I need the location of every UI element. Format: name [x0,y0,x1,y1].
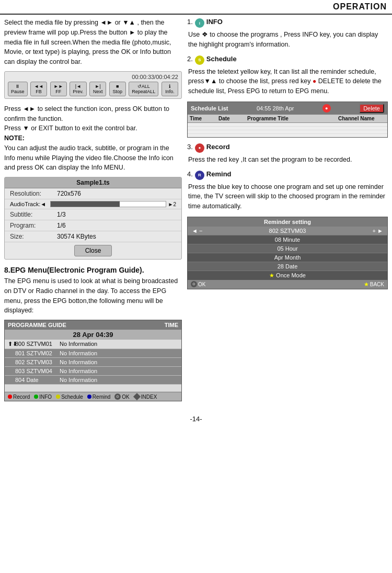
audio-fill [51,201,120,207]
section-heading-schedule: 2. S Schedule [187,55,388,65]
programme-guide: PROGRAMME GUIDE TIME 28 Apr 04:39 ⬆⬇ 800… [4,320,182,401]
reminder-hour-row: 05 Hour [188,244,387,253]
record-icon-circle: ● [195,143,204,153]
note-text: Press ◄► to select the function icon, pr… [4,104,182,173]
page-title: OPERATION [333,2,387,11]
channel-prev-icon[interactable]: ◄ − [192,228,202,234]
section-body-schedule: Press the teletext yellow key, It can li… [188,67,388,96]
sample-row-resolution: Resolution: 720x576 [5,188,181,199]
prog-date-row: 28 Apr 04:39 [5,330,181,340]
section-title-schedule: Schedule [206,55,237,63]
yellow-dot-icon [56,395,60,399]
back-star-icon: ★ [364,281,369,288]
stop-icon: ■ [112,84,123,89]
reminder-minute-row: 08 Minute [188,235,387,244]
sample-box: Sample1.ts Resolution: 720x576 AudioTrac… [4,177,182,260]
section-body-remind: Press the blue key to choose one program… [188,182,388,211]
footer-index: INDEX [134,394,157,400]
info-icon-circle: i [195,18,204,28]
schedule-list-title: Schedule List [191,105,228,111]
reminder-channel-row: ◄ − 802 SZTVM03 + ► [188,227,387,235]
sample-row-size: Size: 30574 KBytes [5,231,181,242]
right-column: 1. i INFO Use ❖ to choose the programs ,… [187,18,388,407]
sample-row-audiotrack: AudioTrack:◄ ►2 [5,199,181,209]
intro-text: Select the media file by pressing ◄► or … [4,18,182,67]
footer-remind: Remind [87,394,110,400]
reminder-date-row: 28 Date [188,262,387,271]
blue-dot-icon [87,395,91,399]
epg-heading: 8.EPG Menu(Electronic Program Guide). [4,266,182,274]
table-row[interactable]: 803 SZTVM04 No Information [5,367,181,376]
remind-icon-circle: R [195,171,204,180]
schedule-list-header: Schedule List 04:55 28th Apr ● Delete [188,102,387,115]
ff-button[interactable]: ►► FF [50,82,67,96]
epg-section: 8.EPG Menu(Electronic Program Guide). Th… [4,266,182,401]
sample-row-program: Program: 1/6 [5,220,181,231]
reminder-mode-row: ★ Once Mode [188,271,387,280]
left-column: Select the media file by pressing ◄► or … [4,18,182,407]
close-btn-row: Close [5,242,181,259]
channel-next-icon[interactable]: + ► [373,228,383,234]
prog-guide-header: PROGRAMME GUIDE TIME [5,320,181,330]
nav-arrow-icon: ⬆⬇ [8,341,15,347]
section-schedule: 2. S Schedule Press the teletext yellow … [187,55,388,96]
red-dot-indicator: ● [313,77,316,85]
star-icon: ★ [269,272,274,278]
section-heading-record: 3. ● Record [187,143,388,153]
section-info: 1. i INFO Use ❖ to choose the programs ,… [187,18,388,50]
table-row[interactable]: 801 SZTVM02 No Information [5,349,181,358]
section-body-record: Press the red key ,It can set the progra… [188,155,388,165]
epg-text: The EPG menu is used to look at what is … [4,276,182,316]
schedule-dot-icon: ● [322,104,331,113]
section-remind: 4. R Remind Press the blue key to choose… [187,170,388,211]
main-content: Select the media file by pressing ◄► or … [0,15,392,410]
delete-button[interactable]: Delete [359,104,384,113]
close-button[interactable]: Close [74,245,112,256]
repeat-all-button[interactable]: ↺ALL RepeatALL [129,82,158,96]
ok-circle-icon: ⊙ [114,394,121,400]
next-button[interactable]: ►| Next [89,82,106,96]
info-icon: ℹ [165,84,175,89]
prog-header-right: TIME [165,322,178,328]
audio-slider[interactable] [50,201,166,207]
schedule-icon-circle: S [195,55,204,65]
table-row [188,127,387,130]
repeat-all-icon: ↺ALL [132,84,155,89]
schedule-list-datetime: 04:55 28th Apr [257,105,294,111]
reminder-footer-back: ★ BACK [364,281,384,288]
reminder-month-row: Apr Month [188,253,387,262]
ff-icon: ►► [53,84,64,89]
prog-header-left: PROGRAMME GUIDE [8,322,66,328]
ok-icon[interactable]: ⊙ [191,281,197,287]
sample-row-subtitle: Subtitle: 1/3 [5,209,181,220]
info-button[interactable]: ℹ Info. [162,82,178,96]
pause-button[interactable]: ⏸ Pause [8,82,28,96]
footer-ok: ⊙ OK [114,394,129,400]
table-row [188,130,387,134]
section-title-remind: Remind [206,170,232,178]
control-bar-time: 00:00:33/00:04:22 [8,74,178,80]
fb-icon: ◄◄ [33,84,44,89]
table-row[interactable]: 802 SZTVM03 No Information [5,358,181,367]
section-body-info: Use ❖ to choose the programs , Press INF… [188,30,388,50]
schedule-list-box: Schedule List 04:55 28th Apr ● Delete Ti… [187,102,388,138]
footer-schedule: Schedule [56,394,83,400]
prev-button[interactable]: |◄ Prev. [70,82,86,96]
table-row [188,123,387,127]
table-row [188,134,387,137]
stop-button[interactable]: ■ Stop [109,82,126,96]
red-dot-icon [8,395,12,399]
table-row: ⬆⬇ 800 SZTVM01 No Information [5,340,181,349]
section-record: 3. ● Record Press the red key ,It can se… [187,143,388,165]
prev-icon: |◄ [73,84,83,89]
footer-info: INFO [34,394,52,400]
next-icon: ►| [93,84,103,89]
section-title-record: Record [206,143,230,151]
page-container: OPERATION Select the media file by press… [0,0,392,573]
prog-guide-footer: Record INFO Schedule Remind [5,392,181,401]
page-number: -14- [0,410,392,426]
diamond-index-icon [133,393,141,400]
table-row[interactable]: 804 Date No Information [5,376,181,385]
reminder-setting-box: Reminder setting ◄ − 802 SZTVM03 + ► 08 … [187,217,388,289]
fb-button[interactable]: ◄◄ FB [30,82,47,96]
